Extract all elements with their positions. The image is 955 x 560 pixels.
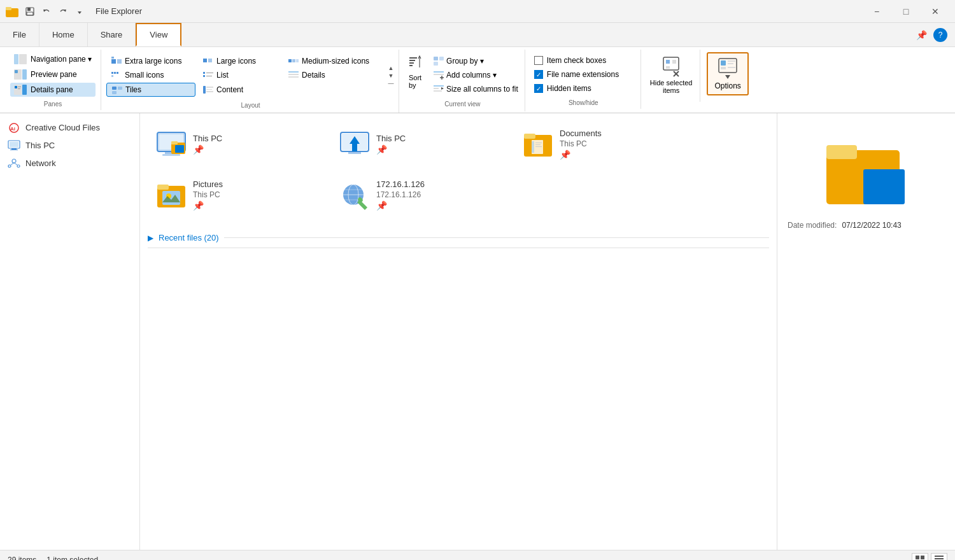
size-columns-button[interactable]: Size all columns to fit xyxy=(430,83,522,95)
preview-pane-icon xyxy=(14,69,27,80)
details-pane-button[interactable]: Details pane xyxy=(10,83,96,97)
sidebar-item-this-pc[interactable]: This PC xyxy=(0,136,139,154)
save-button[interactable] xyxy=(23,4,37,18)
sidebar-item-network[interactable]: Network xyxy=(0,154,139,172)
creative-cloud-icon: Ai xyxy=(8,122,20,133)
svg-rect-21 xyxy=(292,59,295,62)
scroll-down-button[interactable]: ▼ xyxy=(386,72,396,80)
tile-this-pc-1[interactable]: This PC 📌 xyxy=(148,121,326,167)
svg-rect-92 xyxy=(524,134,535,139)
tab-share[interactable]: Share xyxy=(88,23,136,46)
svg-rect-89 xyxy=(348,151,361,154)
hide-selected-button[interactable]: Hide selecteditems xyxy=(647,52,695,97)
svg-rect-33 xyxy=(288,76,299,78)
svg-rect-59 xyxy=(666,66,670,69)
list-view-toggle[interactable] xyxy=(931,553,947,561)
details-icon xyxy=(288,71,299,80)
content-area: This PC 📌 This PC 📌 xyxy=(140,113,777,550)
svg-rect-115 xyxy=(935,556,944,557)
svg-rect-44 xyxy=(409,65,413,66)
svg-rect-53 xyxy=(434,85,444,87)
tile-view-toggle[interactable] xyxy=(912,553,928,561)
sidebar: Ai Creative Cloud Files This PC Network xyxy=(0,113,140,550)
svg-line-77 xyxy=(11,163,14,165)
svg-rect-29 xyxy=(203,75,205,77)
extra-large-icons-button[interactable]: Extra large icons xyxy=(106,55,195,67)
add-columns-button[interactable]: Add columns ▾ xyxy=(430,69,522,81)
svg-rect-95 xyxy=(535,143,542,143)
this-pc-icon-2 xyxy=(339,129,370,159)
svg-rect-66 xyxy=(728,63,733,64)
file-name-ext-checkbox[interactable]: ✓ xyxy=(534,70,543,79)
tiles-button[interactable]: Tiles xyxy=(106,83,195,97)
customize-button[interactable] xyxy=(73,4,87,18)
content-button[interactable]: Content xyxy=(198,83,281,97)
svg-rect-20 xyxy=(288,59,292,62)
navigation-pane-button[interactable]: Navigation pane ▾ xyxy=(10,52,96,66)
svg-rect-17 xyxy=(111,57,114,59)
svg-rect-55 xyxy=(434,90,442,92)
preview-pane-button[interactable]: Preview pane xyxy=(10,67,96,81)
help-button[interactable]: ? xyxy=(933,28,947,42)
item-checkboxes-toggle[interactable]: Item check boxes xyxy=(532,55,635,66)
item-checkboxes-checkbox[interactable] xyxy=(534,56,543,65)
this-pc-icon-1 xyxy=(156,129,187,159)
redo-button[interactable] xyxy=(56,4,70,18)
svg-rect-48 xyxy=(434,62,438,66)
tile-pictures[interactable]: Pictures This PC 📌 xyxy=(148,172,326,218)
recent-files-header[interactable]: ▶ Recent files (20) xyxy=(148,228,769,248)
documents-icon xyxy=(523,129,553,159)
tile-documents[interactable]: Documents This PC 📌 xyxy=(514,121,693,167)
date-modified-value: 07/12/2022 10:43 xyxy=(842,221,901,230)
tiles-icon xyxy=(112,85,122,94)
tab-home[interactable]: Home xyxy=(39,23,88,46)
size-columns-icon xyxy=(434,85,444,94)
svg-rect-58 xyxy=(672,60,676,64)
maximize-button[interactable]: □ xyxy=(891,0,921,23)
svg-rect-27 xyxy=(203,72,205,74)
svg-rect-12 xyxy=(15,86,17,88)
small-icons-button[interactable]: Small icons xyxy=(106,69,195,81)
medium-icons-button[interactable]: Medium-sized icons xyxy=(283,55,382,67)
svg-rect-56 xyxy=(663,57,679,70)
current-view-label: Current view xyxy=(403,101,522,109)
options-label: Options xyxy=(714,81,740,90)
svg-rect-73 xyxy=(10,142,18,147)
scroll-expand-button[interactable]: — xyxy=(386,80,396,87)
svg-rect-16 xyxy=(117,59,122,64)
file-name-extensions-toggle[interactable]: ✓ File name extensions xyxy=(532,69,635,80)
undo-button[interactable] xyxy=(39,4,53,18)
details-button[interactable]: Details xyxy=(283,69,382,81)
tile-this-pc-2[interactable]: This PC 📌 xyxy=(331,121,509,167)
small-icon xyxy=(111,71,122,80)
svg-rect-6 xyxy=(19,54,27,64)
main-area: Ai Creative Cloud Files This PC Network xyxy=(0,113,955,550)
tab-file[interactable]: File xyxy=(0,23,39,46)
sort-by-button[interactable]: Sortby xyxy=(403,52,427,98)
scroll-up-button[interactable]: ▲ xyxy=(386,64,396,72)
list-button[interactable]: List xyxy=(198,69,281,81)
hide-selected-icon xyxy=(661,55,681,78)
hide-selected-label: Hide selecteditems xyxy=(650,79,693,94)
svg-rect-54 xyxy=(434,88,439,89)
hidden-items-checkbox[interactable]: ✓ xyxy=(534,84,543,93)
large-icons-button[interactable]: Large icons xyxy=(198,55,281,67)
minimize-button[interactable]: − xyxy=(862,0,891,23)
show-hide-label: Show/hide xyxy=(532,99,635,106)
tile-network[interactable]: 172.16.1.126 172.16.1.126 📌 xyxy=(331,172,509,218)
close-button[interactable]: ✕ xyxy=(921,0,950,23)
svg-rect-43 xyxy=(409,62,414,64)
quick-access-toolbar xyxy=(23,4,87,18)
svg-rect-99 xyxy=(157,185,169,190)
svg-rect-26 xyxy=(111,75,113,77)
tile-info-pictures: Pictures This PC 📌 xyxy=(193,179,223,211)
tab-view[interactable]: View xyxy=(136,23,181,46)
sidebar-item-creative-cloud[interactable]: Ai Creative Cloud Files xyxy=(0,118,139,136)
group-by-button[interactable]: Group by ▾ xyxy=(430,55,522,67)
svg-point-75 xyxy=(8,165,11,167)
tile-info-documents: Documents This PC 📌 xyxy=(560,129,602,160)
svg-rect-1 xyxy=(6,7,11,10)
pin-button[interactable]: 📌 xyxy=(914,28,928,42)
options-button[interactable]: Options xyxy=(707,52,748,95)
hidden-items-toggle[interactable]: ✓ Hidden items xyxy=(532,83,635,94)
